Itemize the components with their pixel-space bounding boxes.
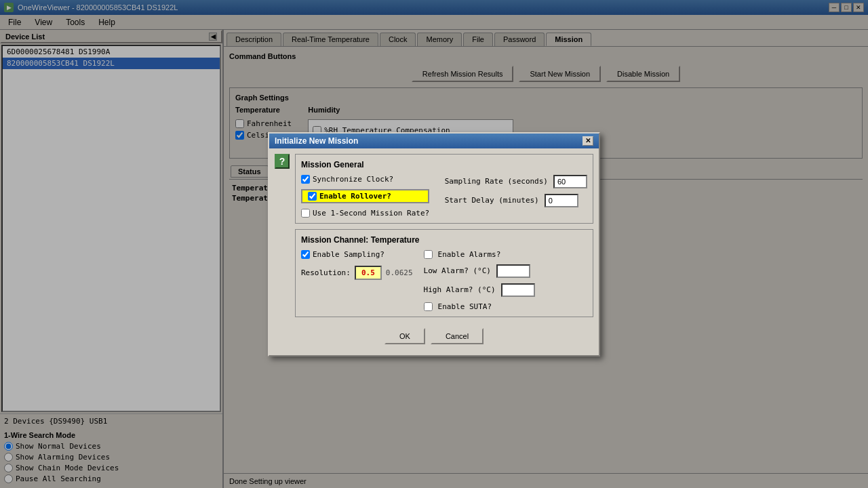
modal-body: ? Mission General Synchronize Clock? (269, 148, 599, 355)
resolution-label: Resolution: (301, 268, 351, 277)
modal-content: Mission General Synchronize Clock? (295, 154, 593, 323)
rollover-row[interactable]: Enable Rollover? (301, 189, 429, 203)
low-alarm-row: Low Alarm? (°C) (424, 264, 587, 278)
modal-title: Initialize New Mission (275, 136, 358, 146)
temperature-channel-title: Mission Channel: Temperature (301, 235, 587, 245)
help-icon-button[interactable]: ? (275, 154, 290, 169)
rollover-highlight[interactable]: Enable Rollover? (301, 189, 429, 203)
low-alarm-input[interactable] (496, 264, 530, 278)
temp-channel-right: Enable Alarms? Low Alarm? (°C) High Alar… (424, 250, 587, 311)
sync-clock-label: Synchronize Clock? (313, 175, 393, 184)
temp-channel-left: Enable Sampling? Resolution: 0.5 0.0625 (301, 250, 413, 311)
mission-general-section: Mission General Synchronize Clock? (295, 154, 593, 224)
one-second-row[interactable]: Use 1-Second Mission Rate? (301, 209, 429, 218)
mission-general-title: Mission General (301, 160, 587, 169)
start-delay-input[interactable] (545, 194, 578, 207)
modal-footer: OK Cancel (275, 323, 593, 350)
modal-inner: ? Mission General Synchronize Clock? (275, 154, 593, 323)
enable-alarms-checkbox[interactable] (424, 250, 433, 259)
ok-button[interactable]: OK (384, 328, 425, 344)
enable-suta-label: Enable SUTA? (438, 302, 492, 311)
high-alarm-row: High Alarm? (°C) (424, 283, 587, 297)
sampling-rate-label: Sampling Rate (seconds) (445, 177, 548, 186)
modal-close-button[interactable]: ✕ (583, 136, 593, 146)
high-alarm-input[interactable] (501, 283, 535, 297)
sync-clock-checkbox[interactable] (301, 175, 310, 184)
resolution-row: Resolution: 0.5 0.0625 (301, 266, 413, 280)
resolution-sub: 0.0625 (386, 268, 413, 277)
start-delay-label: Start Delay (minutes) (445, 196, 539, 205)
enable-sampling-label: Enable Sampling? (313, 250, 384, 259)
low-alarm-label: Low Alarm? (°C) (424, 266, 491, 275)
one-second-checkbox[interactable] (301, 209, 310, 218)
start-delay-row: Start Delay (minutes) (445, 194, 587, 207)
one-second-label: Use 1-Second Mission Rate? (313, 209, 429, 218)
enable-sampling-checkbox[interactable] (301, 250, 310, 259)
rollover-checkbox[interactable] (308, 192, 317, 201)
sampling-rate-row: Sampling Rate (seconds) (445, 175, 587, 188)
temperature-channel-section: Mission Channel: Temperature Enable Samp… (295, 229, 593, 317)
mission-general-content: Synchronize Clock? Enable Rollover? (301, 175, 587, 218)
enable-alarms-row[interactable]: Enable Alarms? (424, 250, 587, 259)
modal-title-bar: Initialize New Mission ✕ (269, 134, 599, 148)
modal-overlay: Initialize New Mission ✕ ? Mission Gener… (0, 0, 868, 488)
cancel-button[interactable]: Cancel (431, 328, 484, 344)
enable-sampling-option[interactable]: Enable Sampling? (301, 250, 413, 259)
enable-alarms-label: Enable Alarms? (438, 250, 501, 259)
initialize-new-mission-modal: Initialize New Mission ✕ ? Mission Gener… (268, 132, 600, 357)
resolution-value: 0.5 (355, 266, 382, 280)
enable-suta-checkbox[interactable] (424, 302, 433, 311)
mission-general-left: Synchronize Clock? Enable Rollover? (301, 175, 429, 218)
high-alarm-label: High Alarm? (°C) (424, 285, 496, 294)
mission-general-right: Sampling Rate (seconds) Start Delay (min… (445, 175, 587, 218)
sync-clock-row[interactable]: Synchronize Clock? (301, 175, 429, 184)
sampling-rate-input[interactable] (553, 175, 587, 188)
rollover-label: Enable Rollover? (319, 192, 391, 201)
temperature-channel-grid: Enable Sampling? Resolution: 0.5 0.0625 (301, 250, 587, 311)
enable-suta-row[interactable]: Enable SUTA? (424, 302, 587, 311)
